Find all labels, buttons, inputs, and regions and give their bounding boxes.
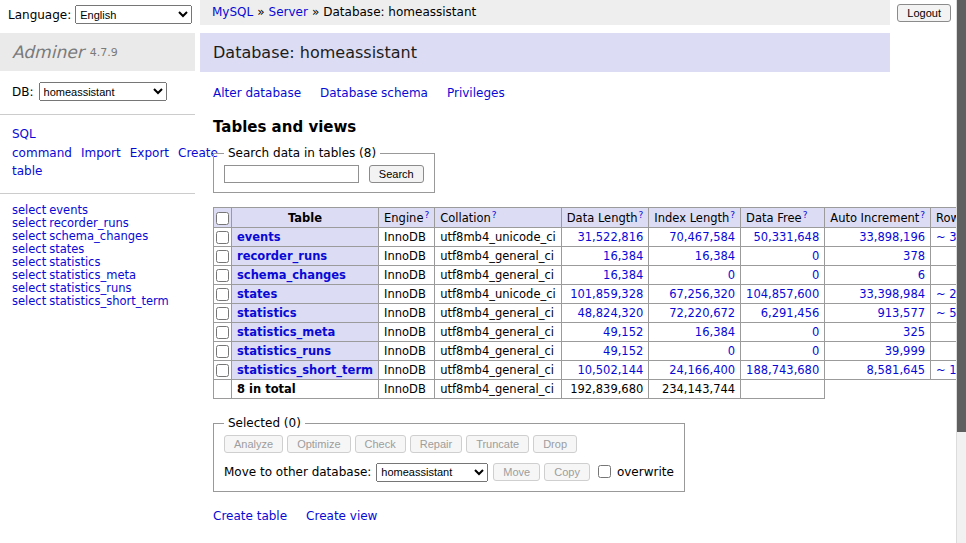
auto-increment-link[interactable]: 33,398,984 [859,287,925,301]
data-free-link[interactable]: 0 [812,344,819,358]
select-link[interactable]: select [12,242,46,256]
table-link[interactable]: events [49,203,88,217]
search-button[interactable]: Search [369,165,424,183]
data-length-link[interactable]: 101,859,328 [570,287,643,301]
selected-action-button[interactable]: Analyze [224,435,283,453]
auto-increment-link[interactable]: 6 [918,268,925,282]
help-link-icon[interactable]: ? [424,210,429,220]
data-free-link[interactable]: 50,331,648 [753,230,819,244]
row-select-checkbox[interactable] [216,307,229,320]
sidebar-menu-link[interactable]: SQL command [12,127,72,160]
data-length-link[interactable]: 31,522,816 [577,230,643,244]
table-link[interactable]: states [49,242,84,256]
adminer-home-link[interactable]: Adminer [12,42,84,62]
table-name-link[interactable]: statistics [237,306,297,320]
row-select-checkbox[interactable] [216,345,229,358]
auto-increment-link[interactable]: 39,999 [885,344,925,358]
vertical-scrollbar[interactable] [956,0,966,543]
selected-action-button[interactable]: Truncate [466,435,529,453]
help-link-icon[interactable]: ? [920,210,925,220]
create-link[interactable]: Create view [306,509,377,523]
select-link[interactable]: select [12,294,46,308]
select-link[interactable]: select [12,216,46,230]
auto-increment-link[interactable]: 33,898,196 [859,230,925,244]
row-select-checkbox[interactable] [216,269,229,282]
auto-increment-link[interactable]: 8,581,645 [867,363,926,377]
index-length-link[interactable]: 0 [728,268,735,282]
select-all-checkbox[interactable] [216,212,229,225]
table-name-link[interactable]: statistics_runs [237,344,331,358]
table-link[interactable]: schema_changes [49,229,148,243]
language-select[interactable]: English [75,5,192,24]
index-length-link[interactable]: 72,220,672 [669,306,735,320]
database-nav-link[interactable]: Privileges [447,86,505,100]
row-select-checkbox[interactable] [216,231,229,244]
search-input[interactable] [224,165,359,183]
selected-action-button[interactable]: Repair [410,435,462,453]
help-link-icon[interactable]: ? [492,210,497,220]
overwrite-label[interactable]: overwrite [617,465,674,479]
select-link[interactable]: select [12,281,46,295]
table-link[interactable]: statistics_runs [49,281,131,295]
table-name-link[interactable]: recorder_runs [237,249,327,263]
data-free-link[interactable]: 188,743,680 [746,363,819,377]
table-name-link[interactable]: states [237,287,277,301]
data-length-link[interactable]: 48,824,320 [577,306,643,320]
table-link[interactable]: recorder_runs [49,216,129,230]
table-name-link[interactable]: statistics_short_term [237,363,373,377]
auto-increment-link[interactable]: 913,577 [877,306,925,320]
row-select-checkbox[interactable] [216,326,229,339]
index-length-link[interactable]: 16,384 [695,249,735,263]
breadcrumb-server-link[interactable]: Server [269,5,308,19]
selected-action-button[interactable]: Optimize [287,435,350,453]
data-free-link[interactable]: 6,291,456 [761,306,820,320]
index-length-link[interactable]: 0 [728,344,735,358]
data-length-link[interactable]: 10,502,144 [577,363,643,377]
help-link-icon[interactable]: ? [803,210,808,220]
select-link[interactable]: select [12,229,46,243]
selected-action-button[interactable]: Drop [533,435,577,453]
data-free-link[interactable]: 0 [812,249,819,263]
version-link[interactable]: 4.7.9 [90,46,118,59]
data-length-link[interactable]: 16,384 [603,268,643,282]
sidebar-menu-link[interactable]: Import [81,146,121,160]
row-select-checkbox[interactable] [216,288,229,301]
table-link[interactable]: statistics_short_term [49,294,169,308]
data-free-link[interactable]: 0 [812,268,819,282]
breadcrumb-mysql-link[interactable]: MySQL [212,5,253,19]
select-link[interactable]: select [12,255,46,269]
index-length-link[interactable]: 67,256,320 [669,287,735,301]
scrollbar-thumb[interactable] [957,0,966,432]
move-db-select[interactable]: homeassistant [376,463,488,482]
selected-action-button[interactable]: Check [355,435,406,453]
database-nav-link[interactable]: Alter database [213,86,301,100]
select-link[interactable]: select [12,268,46,282]
data-free-link[interactable]: 0 [812,325,819,339]
logout-button[interactable]: Logout [897,4,951,22]
select-link[interactable]: select [12,203,46,217]
table-link[interactable]: statistics_meta [49,268,136,282]
create-link[interactable]: Create table [213,509,287,523]
auto-increment-link[interactable]: 325 [903,325,925,339]
data-free-link[interactable]: 104,857,600 [746,287,819,301]
help-link-icon[interactable]: ? [639,210,644,220]
table-link[interactable]: statistics [49,255,100,269]
table-name-link[interactable]: schema_changes [237,268,346,282]
db-select[interactable]: homeassistant [39,82,167,101]
index-length-link[interactable]: 70,467,584 [669,230,735,244]
row-select-checkbox[interactable] [216,250,229,263]
data-length-link[interactable]: 49,152 [603,325,643,339]
sidebar-menu-link[interactable]: Export [130,146,169,160]
copy-button[interactable]: Copy [544,463,590,481]
index-length-link[interactable]: 16,384 [695,325,735,339]
data-length-link[interactable]: 49,152 [603,344,643,358]
data-length-link[interactable]: 16,384 [603,249,643,263]
help-link-icon[interactable]: ? [730,210,735,220]
overwrite-checkbox[interactable] [598,465,611,478]
database-nav-link[interactable]: Database schema [320,86,428,100]
table-name-link[interactable]: statistics_meta [237,325,335,339]
index-length-link[interactable]: 24,166,400 [669,363,735,377]
row-select-checkbox[interactable] [216,364,229,377]
move-button[interactable]: Move [493,463,540,481]
auto-increment-link[interactable]: 378 [903,249,925,263]
